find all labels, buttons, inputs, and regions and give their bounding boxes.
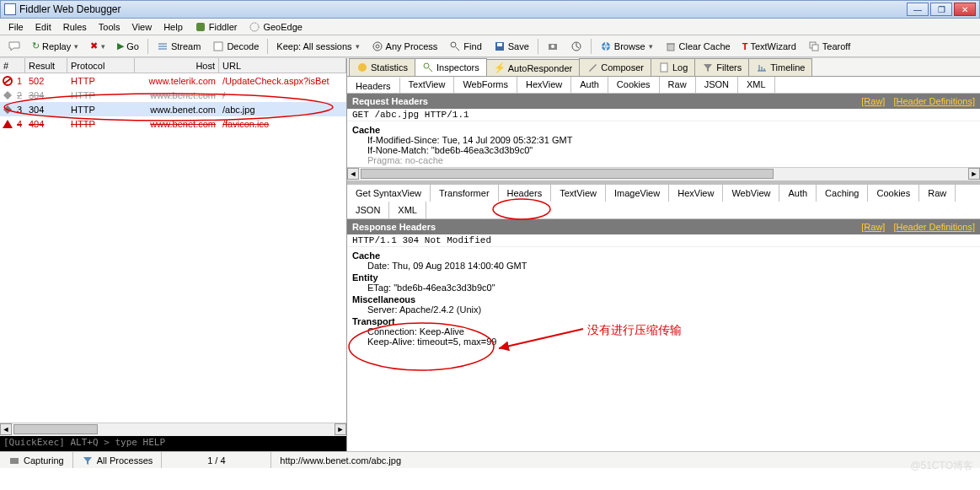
menu-geoedge[interactable]: GeoEdge [244, 19, 307, 35]
reqtab-json[interactable]: JSON [696, 77, 738, 93]
svg-rect-23 [10, 458, 19, 464]
reqtab-cookies[interactable]: Cookies [608, 77, 660, 93]
resptab-getsyntax[interactable]: Get SyntaxView [347, 185, 431, 202]
reqtab-hexview[interactable]: HexView [517, 77, 571, 93]
clearcache-button[interactable]: Clear Cache [660, 38, 736, 55]
sess-proto: HTTP [67, 90, 135, 100]
resptab-imageview[interactable]: ImageView [606, 185, 669, 202]
resptab-hexview[interactable]: HexView [669, 185, 723, 202]
menu-edit[interactable]: Edit [30, 20, 56, 34]
resptab-webview[interactable]: WebView [723, 185, 779, 202]
scroll-left-arrow[interactable]: ◄ [0, 423, 12, 435]
resptab-xml[interactable]: XML [389, 202, 426, 218]
resptab-auth[interactable]: Auth [779, 185, 817, 202]
scroll-left-arrow[interactable]: ◄ [347, 168, 359, 180]
reqtab-xml[interactable]: XML [738, 77, 775, 93]
session-row[interactable]: 1 502 HTTP www.telerik.com /UpdateCheck.… [0, 73, 346, 88]
request-tabs: Headers TextView WebForms HexView Auth C… [347, 77, 980, 94]
tab-composer[interactable]: Composer [579, 58, 651, 76]
sess-proto: HTTP [67, 119, 135, 129]
maximize-button[interactable]: ❐ [930, 3, 952, 16]
col-index[interactable]: # [0, 58, 25, 73]
tearoff-button[interactable]: Tearoff [803, 38, 855, 55]
scroll-right-arrow[interactable]: ► [335, 423, 346, 435]
replay-button[interactable]: ↻Replay▾ [27, 38, 83, 54]
menu-help[interactable]: Help [158, 20, 188, 34]
req-hscroll[interactable]: ◄ ► [347, 167, 980, 180]
textwizard-label: TextWizard [750, 41, 795, 51]
menu-file[interactable]: File [3, 20, 29, 34]
reqhdr-defs-link[interactable]: [Header Definitions] [893, 96, 975, 106]
remove-button[interactable]: ✖▾ [85, 38, 110, 54]
resphdr-raw-link[interactable]: [Raw] [861, 222, 885, 232]
reqhdr-raw-link[interactable]: [Raw] [861, 96, 885, 106]
col-protocol[interactable]: Protocol [67, 58, 135, 73]
col-url[interactable]: URL [219, 58, 346, 73]
replay-label: Replay [42, 41, 71, 51]
inspect-icon [422, 62, 434, 73]
resphdr-defs-link[interactable]: [Header Definitions] [893, 222, 975, 232]
close-button[interactable]: ✕ [954, 3, 976, 16]
menu-tools[interactable]: Tools [94, 20, 126, 34]
textwizard-button[interactable]: TTextWizard [737, 39, 801, 54]
menu-view[interactable]: View [127, 20, 158, 34]
session-row[interactable]: 4 404 HTTP www.benet.com /favicon.ico [0, 116, 346, 131]
minimize-button[interactable]: — [907, 3, 929, 16]
status-capturing[interactable]: Capturing [0, 452, 73, 468]
tab-filters[interactable]: Filters [694, 58, 749, 76]
tab-statistics[interactable]: Statistics [349, 58, 415, 76]
tab-label: Filters [716, 62, 742, 73]
svg-point-3 [373, 42, 382, 51]
resptab-transformer[interactable]: Transformer [431, 185, 499, 202]
tab-log[interactable]: Log [651, 58, 695, 76]
resptab-headers[interactable]: Headers [499, 185, 552, 202]
anyprocess-button[interactable]: Any Process [367, 38, 443, 55]
req-ifnone: If-None-Match: "bde6b-46ea3c3d3b9c0" [367, 145, 975, 155]
resptab-cookies[interactable]: Cookies [868, 185, 919, 202]
request-header-bar: Request Headers [Raw] [Header Definition… [347, 94, 980, 109]
keep-dropdown[interactable]: Keep: All sessions▾ [271, 39, 364, 54]
timer-button[interactable] [565, 38, 587, 55]
request-headers-body: Cache If-Modified-Since: Tue, 14 Jul 200… [347, 121, 980, 167]
resptab-raw[interactable]: Raw [919, 185, 956, 202]
menu-fiddler[interactable]: Fiddler [190, 19, 243, 35]
status-allprocesses[interactable]: All Processes [73, 452, 163, 468]
decode-button[interactable]: Decode [207, 38, 264, 55]
titlebar: Fiddler Web Debugger — ❐ ✕ [0, 0, 980, 19]
comment-button[interactable] [3, 38, 25, 55]
scroll-right-arrow[interactable]: ► [968, 168, 980, 180]
find-button[interactable]: Find [444, 38, 486, 55]
menu-fiddler-label: Fiddler [209, 22, 238, 32]
col-result[interactable]: Result [25, 58, 67, 73]
browse-button[interactable]: Browse▾ [595, 38, 658, 55]
reqtab-auth[interactable]: Auth [571, 77, 608, 93]
session-row[interactable]: 3 304 HTTP www.benet.com /abc.jpg [0, 102, 346, 116]
reqtab-webforms[interactable]: WebForms [454, 77, 517, 93]
toolbar: ↻Replay▾ ✖▾ ▶Go Stream Decode Keep: All … [0, 35, 980, 57]
reqtab-textview[interactable]: TextView [400, 77, 455, 93]
stream-button[interactable]: Stream [152, 38, 206, 55]
tab-inspectors[interactable]: Inspectors [415, 58, 487, 76]
col-host[interactable]: Host [135, 58, 219, 73]
go-button[interactable]: ▶Go [112, 38, 144, 54]
tab-timeline[interactable]: Timeline [748, 58, 812, 76]
save-icon [494, 40, 506, 52]
resptab-json[interactable]: JSON [347, 202, 389, 218]
resp-entity-group: Entity [352, 272, 975, 283]
hscrollbar[interactable]: ◄ ► [0, 423, 346, 436]
scroll-thumb[interactable] [13, 424, 98, 434]
reqtab-raw[interactable]: Raw [660, 77, 696, 93]
resptab-caching[interactable]: Caching [817, 185, 868, 202]
session-body: 1 502 HTTP www.telerik.com /UpdateCheck.… [0, 73, 346, 423]
save-button[interactable]: Save [489, 38, 534, 55]
quickexec-bar[interactable]: [QuickExec] ALT+Q > type HELP [0, 436, 346, 451]
tab-autoresponder[interactable]: ⚡AutoResponder [486, 59, 580, 76]
session-row[interactable]: 2 304 HTTP www.benet.com / [0, 88, 346, 102]
screenshot-button[interactable] [542, 38, 564, 55]
menu-rules[interactable]: Rules [58, 20, 92, 34]
stream-icon [157, 40, 169, 52]
req-ifmodified: If-Modified-Since: Tue, 14 Jul 2009 05:3… [367, 135, 975, 145]
reqtab-headers[interactable]: Headers [347, 77, 400, 93]
scroll-thumb[interactable] [361, 169, 774, 179]
resptab-textview[interactable]: TextView [551, 185, 606, 202]
